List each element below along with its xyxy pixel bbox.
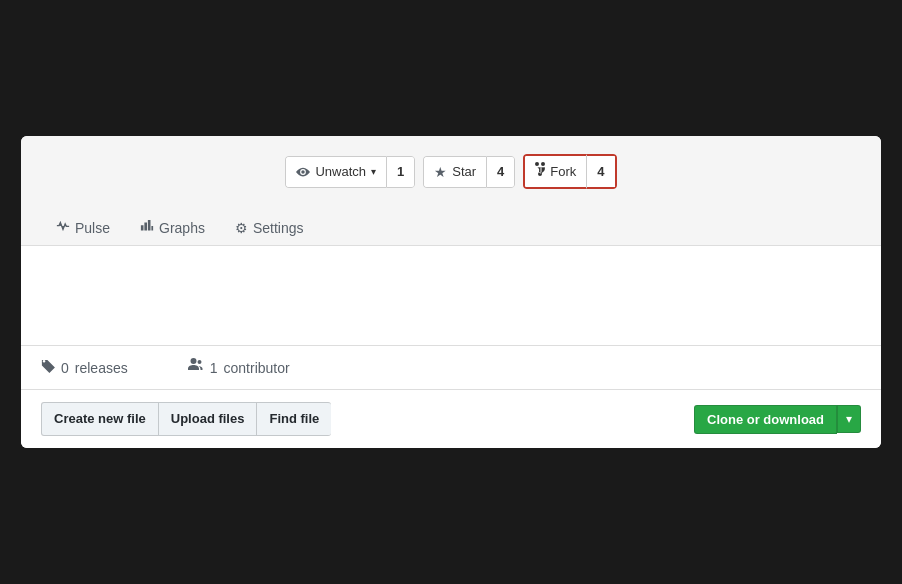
fork-icon bbox=[535, 161, 545, 182]
clone-or-download-button[interactable]: Clone or download bbox=[694, 405, 837, 434]
settings-icon: ⚙ bbox=[235, 220, 248, 236]
fork-label: Fork bbox=[550, 162, 576, 182]
star-label: Star bbox=[452, 162, 476, 182]
tab-settings[interactable]: ⚙ Settings bbox=[220, 212, 319, 246]
upload-files-button[interactable]: Upload files bbox=[158, 402, 257, 436]
contributors-label: contributor bbox=[224, 360, 290, 376]
releases-count: 0 bbox=[61, 360, 69, 376]
releases-label: releases bbox=[75, 360, 128, 376]
tag-icon bbox=[41, 359, 55, 376]
eye-icon bbox=[296, 165, 310, 179]
nav-tabs: Pulse Graphs ⚙ Settings bbox=[21, 203, 881, 246]
fork-count[interactable]: 4 bbox=[586, 154, 616, 189]
file-action-bar: Create new file Upload files Find file C… bbox=[21, 390, 881, 448]
clone-label: Clone or download bbox=[707, 412, 824, 427]
find-file-button[interactable]: Find file bbox=[256, 402, 331, 436]
unwatch-button[interactable]: Unwatch ▾ bbox=[285, 156, 386, 188]
star-icon: ★ bbox=[434, 162, 447, 182]
caret-down-icon: ▾ bbox=[371, 162, 376, 182]
settings-label: Settings bbox=[253, 220, 304, 236]
star-count[interactable]: 4 bbox=[486, 156, 515, 188]
github-repo-window: Unwatch ▾ 1 ★ Star 4 Fork 4 bbox=[21, 136, 881, 448]
tab-pulse[interactable]: Pulse bbox=[41, 211, 125, 246]
unwatch-label: Unwatch bbox=[315, 162, 366, 182]
pulse-icon bbox=[56, 219, 70, 236]
tab-graphs[interactable]: Graphs bbox=[125, 211, 220, 246]
contributors-count: 1 bbox=[210, 360, 218, 376]
action-bar: Unwatch ▾ 1 ★ Star 4 Fork 4 bbox=[21, 136, 881, 203]
graphs-icon bbox=[140, 219, 154, 236]
unwatch-group: Unwatch ▾ 1 bbox=[285, 156, 415, 188]
releases-stat[interactable]: 0 releases bbox=[41, 359, 188, 376]
star-button[interactable]: ★ Star bbox=[423, 156, 486, 188]
fork-button[interactable]: Fork bbox=[523, 154, 586, 189]
content-area bbox=[21, 246, 881, 346]
contributors-stat[interactable]: 1 contributor bbox=[188, 358, 350, 377]
fork-group: Fork 4 bbox=[523, 154, 616, 189]
unwatch-count[interactable]: 1 bbox=[386, 156, 415, 188]
stats-bar: 0 releases 1 contributor bbox=[21, 346, 881, 390]
graphs-label: Graphs bbox=[159, 220, 205, 236]
create-new-file-button[interactable]: Create new file bbox=[41, 402, 158, 436]
clone-dropdown-button[interactable]: ▾ bbox=[837, 405, 861, 433]
pulse-label: Pulse bbox=[75, 220, 110, 236]
caret-icon: ▾ bbox=[846, 412, 852, 426]
star-group: ★ Star 4 bbox=[423, 156, 515, 188]
people-icon bbox=[188, 358, 204, 377]
